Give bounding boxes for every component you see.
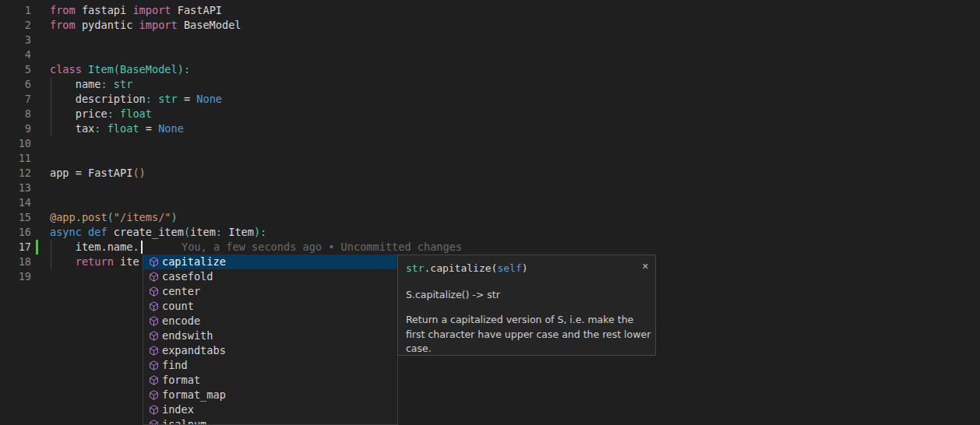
line-number[interactable]: 12 bbox=[0, 166, 31, 181]
code-line-8[interactable]: 8 price: float bbox=[0, 107, 980, 121]
code-token bbox=[114, 107, 120, 120]
code-line-12[interactable]: 12app = FastAPI() bbox=[0, 166, 980, 181]
suggestion-find[interactable]: find bbox=[143, 358, 397, 373]
line-number[interactable]: 15 bbox=[0, 210, 31, 225]
code-line-6[interactable]: 6 name: str bbox=[0, 77, 980, 92]
close-icon[interactable]: ✕ bbox=[642, 259, 649, 274]
line-number[interactable]: 8 bbox=[0, 107, 31, 121]
code-line-17[interactable]: 17 item.name. bbox=[0, 240, 980, 255]
code-line-14[interactable]: 14 bbox=[0, 195, 980, 210]
code-token: Item bbox=[88, 63, 114, 76]
suggestion-label: index bbox=[162, 402, 194, 417]
symbol-method-icon bbox=[147, 389, 160, 402]
line-number[interactable]: 1 bbox=[0, 3, 31, 18]
line-number[interactable]: 13 bbox=[0, 181, 31, 195]
code-token: ( bbox=[108, 211, 114, 223]
line-number[interactable]: 10 bbox=[0, 136, 31, 151]
suggestion-capitalize[interactable]: capitalize bbox=[143, 255, 397, 269]
code-token: import bbox=[132, 4, 171, 16]
code-token: str bbox=[406, 262, 424, 274]
suggestion-label: expandtabs bbox=[162, 343, 226, 358]
line-content: class Item(BaseModel): bbox=[50, 62, 190, 77]
line-number[interactable]: 11 bbox=[0, 151, 31, 166]
suggestion-index[interactable]: index bbox=[143, 402, 397, 417]
line-number[interactable]: 16 bbox=[0, 225, 31, 240]
code-token: BaseModel bbox=[178, 19, 241, 31]
code-token: FastAPI bbox=[171, 4, 222, 16]
code-token: fastapi bbox=[76, 4, 133, 16]
code-line-5[interactable]: 5class Item(BaseModel): bbox=[0, 62, 980, 77]
line-content: from fastapi import FastAPI bbox=[50, 3, 222, 18]
code-token bbox=[100, 122, 107, 135]
code-token: ite bbox=[114, 255, 139, 268]
code-token bbox=[139, 122, 146, 135]
suggestion-label: find bbox=[162, 358, 188, 373]
line-content: name: str bbox=[50, 77, 132, 92]
symbol-method-icon bbox=[147, 419, 160, 425]
code-editor: 1from fastapi import FastAPI2from pydant… bbox=[0, 0, 980, 425]
suggestion-encode[interactable]: encode bbox=[143, 314, 397, 328]
line-number[interactable]: 2 bbox=[0, 18, 31, 33]
code-token bbox=[152, 93, 158, 105]
code-token bbox=[50, 255, 76, 268]
code-line-9[interactable]: 9 tax: float = None bbox=[0, 121, 980, 136]
code-token: pydantic bbox=[76, 19, 139, 31]
suggestion-label: capitalize bbox=[162, 255, 226, 269]
code-line-3[interactable]: 3 bbox=[0, 33, 980, 47]
code-token: None bbox=[158, 122, 184, 135]
code-token: ) bbox=[171, 211, 178, 223]
code-token: def bbox=[88, 226, 108, 238]
error-squiggle bbox=[50, 267, 76, 270]
code-token: self bbox=[497, 262, 521, 274]
text-cursor bbox=[141, 241, 143, 254]
line-content: async def create_item(item: Item): bbox=[50, 225, 266, 240]
line-number[interactable]: 7 bbox=[0, 92, 31, 107]
symbol-method-icon bbox=[147, 345, 160, 357]
code-line-16[interactable]: 16async def create_item(item: Item): bbox=[0, 225, 980, 240]
code-token: from bbox=[50, 19, 76, 31]
autocomplete-list: capitalizecasefoldcentercountencodeendsw… bbox=[143, 255, 397, 425]
docs-summary: S.capitalize() -> str bbox=[406, 287, 647, 302]
code-line-2[interactable]: 2from pydantic import BaseModel bbox=[0, 18, 980, 33]
suggestion-center[interactable]: center bbox=[143, 284, 397, 299]
line-number[interactable]: 3 bbox=[0, 33, 31, 47]
line-content: item.name. bbox=[50, 240, 139, 255]
suggestion-format_map[interactable]: format_map bbox=[143, 388, 397, 402]
docs-signature: str.capitalize(self) bbox=[406, 261, 647, 276]
line-number[interactable]: 5 bbox=[0, 62, 31, 77]
line-number[interactable]: 19 bbox=[0, 269, 31, 284]
suggestion-count[interactable]: count bbox=[143, 299, 397, 314]
code-line-11[interactable]: 11 bbox=[0, 151, 980, 166]
line-number[interactable]: 17 bbox=[0, 240, 31, 255]
code-token: ) bbox=[522, 262, 528, 274]
symbol-method-icon bbox=[147, 330, 160, 342]
code-token: str bbox=[158, 93, 178, 105]
symbol-method-icon bbox=[147, 374, 160, 387]
suggestion-label: format bbox=[162, 373, 200, 388]
line-content: price: float bbox=[50, 107, 152, 121]
code-line-10[interactable]: 10 bbox=[0, 136, 980, 151]
code-line-1[interactable]: 1from fastapi import FastAPI bbox=[0, 3, 980, 18]
suggestion-label: center bbox=[162, 284, 200, 299]
code-token: name bbox=[50, 78, 100, 90]
line-number[interactable]: 14 bbox=[0, 195, 31, 210]
line-number[interactable]: 4 bbox=[0, 47, 31, 62]
line-number[interactable]: 9 bbox=[0, 121, 31, 136]
code-line-15[interactable]: 15@app.post("/items/") bbox=[0, 210, 980, 225]
code-line-7[interactable]: 7 description: str = None bbox=[0, 92, 980, 107]
suggestion-casefold[interactable]: casefold bbox=[143, 269, 397, 284]
autocomplete-popup: capitalizecasefoldcentercountencodeendsw… bbox=[143, 255, 398, 425]
code-token: FastAPI bbox=[82, 167, 132, 179]
code-token: () bbox=[132, 167, 145, 179]
code-line-13[interactable]: 13 bbox=[0, 181, 980, 195]
code-token: = bbox=[146, 122, 152, 135]
suggestion-isalnum[interactable]: isalnum bbox=[143, 417, 397, 425]
line-number[interactable]: 18 bbox=[0, 255, 31, 269]
code-line-4[interactable]: 4 bbox=[0, 47, 980, 62]
suggestion-format[interactable]: format bbox=[143, 373, 397, 388]
line-content: tax: float = None bbox=[50, 121, 184, 136]
code-token: float bbox=[120, 107, 152, 120]
line-number[interactable]: 6 bbox=[0, 77, 31, 92]
suggestion-expandtabs[interactable]: expandtabs bbox=[143, 343, 397, 358]
suggestion-endswith[interactable]: endswith bbox=[143, 328, 397, 343]
